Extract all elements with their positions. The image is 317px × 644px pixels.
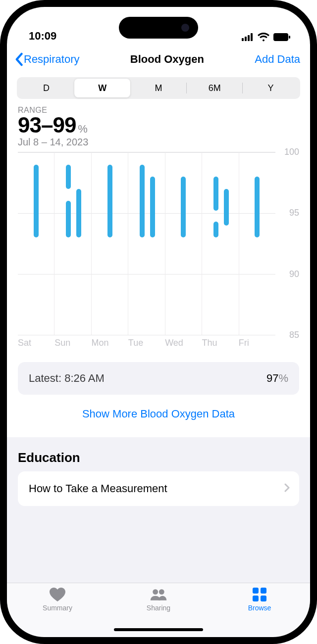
- add-data-button[interactable]: Add Data: [255, 53, 300, 66]
- chart-column[interactable]: [165, 152, 202, 335]
- segment-six-month[interactable]: 6M: [187, 79, 243, 97]
- back-button[interactable]: Respiratory: [14, 52, 79, 66]
- tab-label: Browse: [248, 604, 271, 612]
- x-tick-label: Sun: [54, 338, 91, 348]
- grid-icon: [251, 587, 268, 602]
- svg-rect-8: [253, 588, 259, 594]
- y-tick-label: 90: [289, 269, 299, 279]
- cellular-icon: [242, 33, 254, 41]
- x-tick-label: Thu: [202, 338, 238, 348]
- chart-column[interactable]: [202, 152, 238, 335]
- chart-column[interactable]: [18, 152, 54, 335]
- people-icon: [150, 587, 167, 602]
- y-tick-label: 100: [284, 147, 299, 157]
- latest-label: Latest: 8:26 AM: [29, 372, 105, 385]
- range-unit: %: [78, 123, 88, 136]
- back-label: Respiratory: [24, 53, 79, 66]
- svg-rect-11: [261, 596, 266, 601]
- svg-rect-9: [261, 588, 266, 594]
- latest-reading-card[interactable]: Latest: 8:26 AM 97%: [18, 362, 299, 395]
- education-item[interactable]: How to Take a Measurement: [18, 471, 299, 506]
- svg-rect-2: [248, 35, 250, 41]
- heart-icon: [49, 587, 66, 602]
- tab-browse[interactable]: Browse: [209, 587, 310, 637]
- chevron-right-icon: [284, 482, 290, 495]
- svg-rect-4: [273, 33, 288, 41]
- chart-column[interactable]: [128, 152, 164, 335]
- chart-column[interactable]: [54, 152, 91, 335]
- segment-day[interactable]: D: [18, 79, 74, 97]
- latest-unit: %: [278, 372, 288, 384]
- education-heading: Education: [18, 450, 299, 465]
- svg-rect-10: [253, 596, 259, 601]
- svg-rect-1: [245, 37, 247, 41]
- y-tick-label: 85: [289, 330, 299, 340]
- svg-point-6: [153, 589, 158, 595]
- segment-year[interactable]: Y: [243, 79, 299, 97]
- status-time: 10:09: [29, 30, 56, 43]
- battery-icon: [273, 33, 290, 41]
- svg-rect-5: [289, 36, 290, 39]
- range-date: Jul 8 – 14, 2023: [18, 137, 299, 148]
- x-tick-label: Fri: [239, 338, 275, 348]
- wifi-icon: [258, 33, 269, 42]
- svg-point-7: [159, 589, 164, 595]
- show-more-button[interactable]: Show More Blood Oxygen Data: [7, 395, 310, 437]
- tab-label: Sharing: [147, 604, 170, 612]
- chevron-left-icon: [14, 52, 24, 66]
- blood-oxygen-chart[interactable]: 859095100: [18, 152, 299, 335]
- x-tick-label: Sat: [18, 338, 54, 348]
- dynamic-island: [119, 17, 198, 39]
- latest-value: 97: [266, 372, 278, 384]
- page-title: Blood Oxygen: [130, 53, 204, 66]
- tab-label: Summary: [43, 604, 72, 612]
- home-indicator[interactable]: [114, 628, 203, 631]
- segment-week[interactable]: W: [74, 79, 130, 97]
- chart-x-axis: SatSunMonTueWedThuFri: [7, 335, 310, 348]
- navigation-bar: Respiratory Blood Oxygen Add Data: [7, 46, 310, 72]
- segment-month[interactable]: M: [130, 79, 186, 97]
- time-range-segmented[interactable]: D W M 6M Y: [17, 77, 300, 99]
- svg-rect-0: [242, 38, 244, 41]
- y-tick-label: 95: [289, 208, 299, 218]
- education-item-label: How to Take a Measurement: [29, 482, 167, 495]
- x-tick-label: Wed: [165, 338, 202, 348]
- range-summary: RANGE 93–99 % Jul 8 – 14, 2023: [7, 99, 310, 148]
- chart-column[interactable]: [91, 152, 128, 335]
- x-tick-label: Mon: [92, 338, 128, 348]
- tab-summary[interactable]: Summary: [7, 587, 108, 637]
- range-value: 93–99: [18, 113, 76, 138]
- svg-rect-3: [251, 33, 253, 41]
- chart-column[interactable]: [239, 152, 275, 335]
- x-tick-label: Tue: [128, 338, 165, 348]
